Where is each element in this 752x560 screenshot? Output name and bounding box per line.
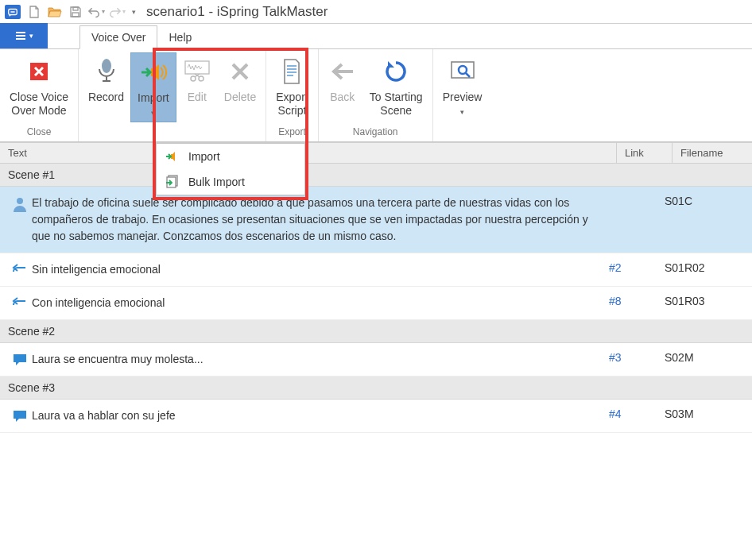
chevron-down-icon: ▾ [460, 108, 464, 116]
table-row[interactable]: El trabajo de oficina suele ser complica… [0, 187, 752, 253]
save-icon[interactable] [67, 3, 84, 21]
svg-point-15 [17, 198, 23, 204]
message-icon [8, 407, 32, 423]
import-menu-item[interactable]: Import [157, 144, 304, 169]
preview-icon [449, 56, 476, 87]
svg-point-12 [459, 66, 467, 74]
redo-icon[interactable]: ▾ [108, 3, 126, 21]
ribbon-group-audio: Record Import▾ Edit Delete [79, 49, 266, 141]
export-script-button[interactable]: Export Script [269, 52, 314, 122]
scene-header[interactable]: Scene #3 [0, 377, 752, 400]
person-icon [8, 195, 32, 212]
arrow-left-icon [331, 56, 355, 87]
ribbon: Close Voice Over Mode Close Record Impor… [0, 49, 752, 142]
row-link[interactable]: #3 [609, 351, 665, 364]
ribbon-group-close: Close Voice Over Mode Close [0, 49, 79, 141]
tab-help[interactable]: Help [157, 26, 203, 48]
open-folder-icon[interactable] [46, 3, 64, 21]
row-link[interactable]: #2 [609, 261, 665, 274]
table-row[interactable]: Laura se encuentra muy molesta...#3S02M [0, 343, 752, 377]
table-row[interactable]: Con inteligencia emocional#8S01R03 [0, 287, 752, 320]
column-header-filename[interactable]: Filename [673, 143, 752, 163]
row-filename: S02M [665, 351, 744, 364]
window-title: scenario1 - iSpring TalkMaster [146, 4, 328, 20]
column-header-link[interactable]: Link [617, 143, 673, 163]
row-filename: S03M [665, 407, 744, 420]
row-text: Sin inteligencia emocional [32, 261, 609, 278]
svg-rect-11 [452, 62, 474, 78]
speaker-import-icon [140, 56, 167, 88]
to-starting-scene-button[interactable]: To Starting Scene [363, 52, 429, 122]
back-button: Back [322, 52, 363, 122]
row-text: Laura va a hablar con su jefe [32, 407, 609, 424]
new-file-icon[interactable] [25, 3, 43, 21]
row-filename: S01R02 [665, 261, 744, 274]
scene-header[interactable]: Scene #1 [0, 164, 752, 187]
ribbon-group-navigation: Back To Starting Scene Navigation [319, 49, 433, 141]
tab-strip: ▾ Voice Over Help [0, 24, 752, 49]
table-row[interactable]: Laura va a hablar con su jefe#4S03M [0, 400, 752, 433]
ribbon-group-preview: Preview▾ [433, 49, 492, 141]
speaker-import-small-icon [165, 149, 180, 164]
quick-access-toolbar: ▾ ▾ ▾ [25, 3, 138, 21]
reply-icon [8, 261, 32, 276]
scene-header[interactable]: Scene #2 [0, 320, 752, 343]
chevron-down-icon: ▾ [151, 109, 155, 117]
close-icon [27, 56, 51, 87]
bulk-import-icon [165, 174, 180, 190]
microphone-icon [95, 56, 118, 87]
grid-header: Text Link Filename [0, 142, 752, 164]
svg-point-7 [102, 59, 111, 73]
row-text: El trabajo de oficina suele ser complica… [32, 195, 609, 245]
row-filename: S01C [665, 195, 744, 207]
column-header-text[interactable]: Text [0, 143, 617, 163]
document-icon [281, 56, 303, 87]
qat-customize-icon[interactable]: ▾ [129, 3, 138, 21]
waveform-scissors-icon [184, 56, 211, 87]
svg-rect-5 [16, 38, 25, 40]
grid-body: Scene #1El trabajo de oficina suele ser … [0, 164, 752, 433]
close-voice-over-button[interactable]: Close Voice Over Mode [3, 52, 75, 122]
record-button[interactable]: Record [82, 52, 130, 122]
import-dropdown-menu: Import Bulk Import [156, 143, 305, 195]
import-button[interactable]: Import▾ [130, 52, 176, 122]
preview-button[interactable]: Preview▾ [436, 52, 489, 122]
edit-button: Edit [176, 52, 218, 122]
bulk-import-menu-item[interactable]: Bulk Import [157, 169, 304, 195]
refresh-icon [383, 56, 409, 87]
row-filename: S01R03 [665, 295, 744, 307]
svg-rect-1 [73, 7, 78, 10]
tab-voice-over[interactable]: Voice Over [79, 25, 157, 49]
delete-button: Delete [218, 52, 262, 122]
app-icon [5, 5, 21, 19]
svg-rect-2 [72, 13, 79, 17]
row-link[interactable]: #4 [609, 407, 665, 420]
row-link[interactable]: #8 [609, 295, 665, 307]
reply-icon [8, 295, 32, 309]
svg-rect-3 [16, 32, 25, 33]
delete-x-icon [228, 56, 252, 87]
undo-icon[interactable]: ▾ [87, 3, 105, 21]
file-menu-button[interactable]: ▾ [0, 23, 48, 48]
svg-rect-4 [16, 35, 25, 37]
message-icon [8, 351, 32, 367]
ribbon-group-export: Export Script Export [266, 49, 318, 141]
row-text: Laura se encuentra muy molesta... [32, 351, 609, 368]
table-row[interactable]: Sin inteligencia emocional#2S01R02 [0, 253, 752, 287]
row-text: Con inteligencia emocional [32, 295, 609, 311]
title-bar: ▾ ▾ ▾ scenario1 - iSpring TalkMaster [0, 0, 752, 24]
